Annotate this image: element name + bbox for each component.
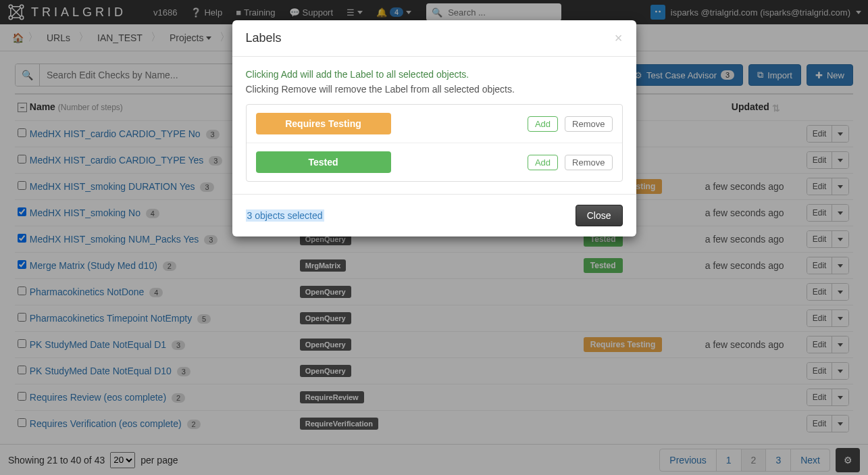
remove-label-button[interactable]: Remove bbox=[565, 155, 612, 170]
label-row: Requires TestingAddRemove bbox=[247, 105, 622, 143]
selected-count-text: 3 objects selected bbox=[246, 209, 324, 222]
modal-header: Labels × bbox=[232, 20, 636, 56]
close-button[interactable]: Close bbox=[576, 205, 623, 226]
add-label-button[interactable]: Add bbox=[528, 116, 558, 132]
msg-add: Clicking Add will add the Label to all s… bbox=[246, 69, 623, 80]
modal-footer: 3 objects selected Close bbox=[232, 195, 636, 236]
modal-overlay: Labels × Clicking Add will add the Label… bbox=[0, 0, 868, 475]
label-panel: Requires TestingAddRemoveTestedAddRemove bbox=[246, 104, 623, 182]
labels-modal: Labels × Clicking Add will add the Label… bbox=[232, 20, 636, 236]
msg-remove: Clicking Remove will remove the Label fr… bbox=[246, 84, 623, 95]
remove-label-button[interactable]: Remove bbox=[565, 116, 612, 132]
close-icon[interactable]: × bbox=[615, 30, 623, 46]
label-row: TestedAddRemove bbox=[247, 143, 622, 181]
add-label-button[interactable]: Add bbox=[528, 155, 558, 170]
modal-title: Labels bbox=[246, 31, 282, 45]
modal-body: Clicking Add will add the Label to all s… bbox=[232, 56, 636, 195]
label-chip: Requires Testing bbox=[256, 113, 391, 134]
label-chip: Tested bbox=[256, 151, 391, 173]
